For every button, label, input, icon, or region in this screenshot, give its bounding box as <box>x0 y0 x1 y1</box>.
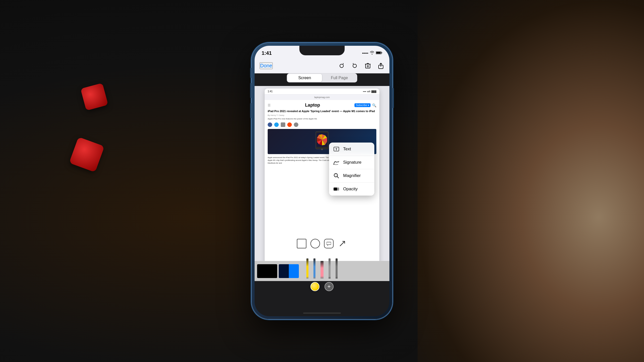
markup-signature-item[interactable]: Signature <box>329 156 374 169</box>
inner-status-icons: ▪▪▪▪ wifi ▓▓▓ <box>363 90 376 93</box>
volume-up-button <box>250 83 252 98</box>
shape-toolbar <box>297 239 347 248</box>
trash-button[interactable] <box>364 62 371 69</box>
article-byline: By Henry T. Casey <box>268 114 376 116</box>
svg-line-26 <box>340 241 345 246</box>
thumb-blue[interactable] <box>279 264 299 278</box>
site-actions: Subscribe ▾ 🔍 <box>354 103 376 107</box>
pencil-tool[interactable] <box>306 258 308 279</box>
power-button <box>392 88 394 108</box>
markup-menu: T Text Signature <box>329 143 374 196</box>
svg-rect-1 <box>381 52 382 53</box>
share-button[interactable] <box>377 62 384 69</box>
subscribe-badge: Subscribe ▾ <box>354 103 371 107</box>
svg-point-20 <box>334 164 334 165</box>
hamburger-icon: ☰ <box>268 103 271 107</box>
more-icon <box>294 122 298 127</box>
home-indicator[interactable] <box>303 312 341 314</box>
done-button[interactable]: Done <box>260 62 273 69</box>
svg-rect-2 <box>376 52 381 54</box>
notch <box>299 46 345 55</box>
social-icons <box>268 122 376 127</box>
pen-tool[interactable] <box>313 258 315 279</box>
iphone-screen: 1:41 ▪▪▪▪▪ <box>255 46 389 316</box>
speech-bubble-tool[interactable] <box>324 239 334 248</box>
status-time: 1:41 <box>262 50 272 56</box>
hand-background <box>418 0 644 362</box>
article-header: ☰ Laptop Subscribe ▾ 🔍 <box>268 103 376 108</box>
markup-magnifier-label: Magnifier <box>343 173 361 178</box>
markup-opacity-item[interactable]: Opacity <box>329 183 374 196</box>
svg-rect-3 <box>366 64 370 68</box>
silent-switch <box>250 68 252 78</box>
header-bar: Done <box>255 58 389 73</box>
signal-icon: ▪▪▪▪▪ <box>362 51 368 55</box>
magnifier-icon <box>333 172 340 179</box>
markup-opacity-label: Opacity <box>343 187 358 192</box>
site-name: Laptop <box>305 103 320 108</box>
lasso-tool[interactable] <box>336 258 338 279</box>
article-excerpt: Apple iPad Pro now features the power of… <box>268 117 376 120</box>
segment-full-page[interactable]: Full Page <box>322 74 357 82</box>
opacity-icon <box>333 186 340 192</box>
url-text: laptopmag.com <box>314 96 330 99</box>
arrow-tool[interactable] <box>338 239 347 248</box>
markup-text-label: Text <box>343 147 351 152</box>
rectangle-tool[interactable] <box>297 239 306 248</box>
eraser-tool[interactable] <box>329 258 331 279</box>
svg-rect-25 <box>336 188 339 191</box>
signature-icon <box>333 159 340 166</box>
markup-text-item[interactable]: T Text <box>329 143 374 156</box>
text-box-icon: T <box>333 146 340 152</box>
color-row: + <box>310 282 334 291</box>
search-icon: 🔍 <box>372 103 376 107</box>
undo-button[interactable] <box>338 62 345 69</box>
circle-tool[interactable] <box>310 239 320 248</box>
inner-battery: ▓▓▓ <box>371 90 376 93</box>
drawing-tools <box>306 258 338 279</box>
copy-icon <box>281 122 285 127</box>
twitter-icon <box>274 122 279 127</box>
volume-down-button <box>250 103 252 118</box>
inner-status-bar: 1:41 ▪▪▪▪ wifi ▓▓▓ <box>265 88 379 95</box>
segment-control: Screen Full Page <box>287 73 357 82</box>
reddit-icon <box>287 122 292 127</box>
add-tool-button[interactable]: + <box>325 282 334 291</box>
header-actions <box>338 62 384 69</box>
svg-text:T: T <box>336 148 337 151</box>
status-icons: ▪▪▪▪▪ <box>362 51 382 55</box>
svg-point-17 <box>321 149 323 150</box>
inner-wifi: wifi <box>367 90 370 93</box>
inner-time: 1:41 <box>268 90 272 93</box>
inner-url-bar: laptopmag.com <box>265 95 379 100</box>
active-color[interactable] <box>310 282 319 291</box>
facebook-icon <box>268 122 272 127</box>
segment-screen[interactable]: Screen <box>287 74 322 82</box>
marker-tool[interactable] <box>320 261 324 279</box>
wifi-icon <box>370 51 374 55</box>
iphone-frame: 1:41 ▪▪▪▪▪ <box>252 43 392 319</box>
svg-line-23 <box>337 177 339 178</box>
markup-signature-label: Signature <box>343 160 361 165</box>
svg-point-22 <box>335 174 337 176</box>
preview-area: 1:41 ▪▪▪▪ wifi ▓▓▓ laptopmag.com ☰ Lapto… <box>255 86 389 281</box>
redo-button[interactable] <box>351 62 358 69</box>
inner-signal: ▪▪▪▪ <box>363 90 366 93</box>
article-title: iPad Pro 2021 revealed at Apple 'Spring … <box>268 109 376 113</box>
thumb-black[interactable] <box>257 264 277 278</box>
markup-magnifier-item[interactable]: Magnifier <box>329 169 374 183</box>
battery-icon <box>376 51 382 55</box>
